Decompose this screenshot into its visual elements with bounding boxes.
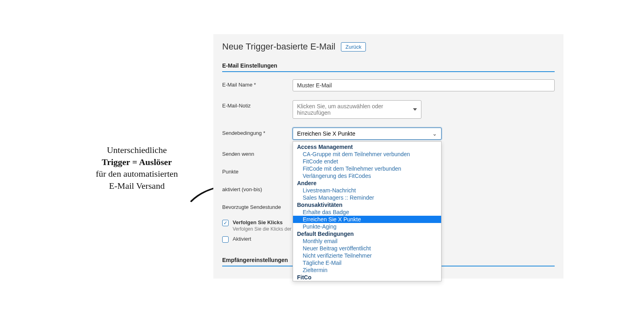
row-send-condition: Sendebedingung * Erreichen Sie X Punkte … [222,128,555,140]
label-email-note: E-Mail-Notiz [222,100,293,109]
annotation-line: E-Mail Versand [72,180,201,192]
row-email-name: E-Mail Name * [222,79,555,91]
dropdown-option[interactable]: Nicht verifizierte Teilnehmer [293,252,441,259]
label-send-condition: Sendebedingung * [222,128,293,136]
dropdown-option[interactable]: Livestream-Nachricht [293,187,441,194]
dropdown-group-title: Andere [293,180,441,187]
dropdown-option[interactable]: Sales Managers :: Reminder [293,194,441,201]
annotation-line: für den automatisierten [72,168,201,180]
dropdown-group-title: Default Bedingungen [293,230,441,237]
send-condition-value: Erreichen Sie X Punkte [297,130,355,137]
form-panel: Neue Trigger-basierte E-Mail Zurück E-Ma… [213,34,564,279]
email-note-placeholder: Klicken Sie, um auszuwählen oder hinzuzu… [297,103,413,116]
send-condition-dropdown[interactable]: Access ManagementCA-Gruppe mit dem Teiln… [293,141,442,281]
dropdown-option[interactable]: Erreichen Sie X Punkte [293,216,441,223]
dropdown-group-title: Bonusaktivitäten [293,201,441,208]
dropdown-option[interactable]: Verlängerung des FitCodes [293,172,441,180]
label-send-when: Senden wenn [222,149,293,157]
dropdown-option[interactable]: Tägliche E-Mail [293,259,441,266]
label-pref-hour: Bevorzugte Sendestunde [222,202,293,210]
activated-label: Aktiviert [233,236,251,242]
label-points: Punkte [222,166,293,175]
back-button[interactable]: Zurück [341,42,366,52]
chevron-down-icon [413,108,417,111]
dropdown-option[interactable]: Erhalte das Badge [293,208,441,216]
dropdown-option[interactable]: FitCode endet [293,158,441,165]
dropdown-option[interactable]: Monthly email [293,237,441,245]
annotation-line-bold: Trigger = Auslöser [72,156,201,168]
annotation-line: Unterschiedliche [72,144,201,156]
page-title: Neue Trigger-basierte E-Mail [222,41,335,52]
email-name-field[interactable] [293,79,555,91]
chevron-down-icon: ⌄ [432,131,437,136]
dropdown-option[interactable]: Punkte-Aging [293,223,441,230]
label-active-range: aktiviert (von-bis) [222,184,293,192]
dropdown-option[interactable]: CA-Gruppe mit dem Teilnehmer verbunden [293,151,441,158]
dropdown-option[interactable]: Neuer Beitrag veröffentlicht [293,245,441,252]
track-clicks-label: Verfolgen Sie Klicks [233,219,300,225]
row-email-note: E-Mail-Notiz Klicken Sie, um auszuwählen… [222,100,555,119]
handwritten-annotation: Unterschiedliche Trigger = Auslöser für … [72,144,201,192]
section-email-settings: E-Mail Einstellungen [222,62,555,72]
panel-header: Neue Trigger-basierte E-Mail Zurück [222,41,555,52]
track-clicks-help: Verfolgen Sie die Klicks der Teil [233,226,300,232]
activated-checkbox[interactable] [222,236,229,243]
track-clicks-checkbox[interactable]: ✓ [222,220,229,226]
dropdown-group-title: FitCo [293,274,441,281]
dropdown-group-title: Access Management [293,143,441,151]
dropdown-option[interactable]: Zieltermin [293,266,441,274]
label-email-name: E-Mail Name * [222,79,293,88]
dropdown-option[interactable]: FitCode mit dem Teilnehmer verbunden [293,165,441,172]
email-note-select[interactable]: Klicken Sie, um auszuwählen oder hinzuzu… [293,100,421,119]
send-condition-select[interactable]: Erreichen Sie X Punkte ⌄ [293,128,442,140]
